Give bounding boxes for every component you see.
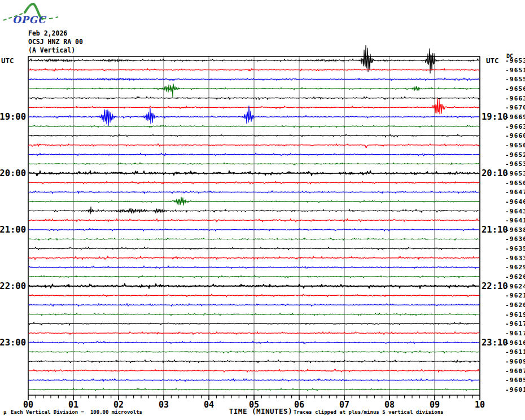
mu-symbol: µ	[3, 409, 7, 415]
x-tick-label: 06	[294, 400, 304, 410]
x-axis-title: TIME (MINUTES)	[229, 407, 292, 415]
utc-label-left: UTC	[1, 56, 14, 65]
x-tick-label: 10	[475, 400, 485, 410]
opgc-logo: OPGC	[3, 4, 58, 25]
dc-value: -9651	[505, 67, 525, 74]
dc-value: -9629	[505, 264, 525, 271]
hour-label-right: 23:10	[482, 338, 508, 348]
dc-value: -9663	[505, 95, 525, 102]
hour-label-left: 20:00	[0, 168, 26, 178]
dc-value: -9656	[505, 85, 525, 93]
dc-value: -9607	[505, 368, 525, 375]
trace-area: 000102030405060708091019:0020:0021:0022:…	[0, 46, 525, 410]
x-tick-label: 04	[204, 400, 214, 410]
dc-value: -9653	[505, 57, 525, 64]
hour-label-left: 19:00	[0, 112, 26, 122]
dc-value: -9601	[505, 386, 525, 393]
scale-note: Each Vertical Division = 100.00 microvol…	[11, 409, 142, 415]
dc-value: -9638	[505, 226, 525, 234]
utc-label-right: UTC	[486, 56, 499, 65]
header-component: (A Vertical)	[28, 46, 75, 54]
dc-value: -9624	[505, 283, 525, 290]
logo-text: OPGC	[12, 14, 47, 25]
x-tick-label: 00	[23, 400, 33, 410]
dc-value: -9633	[505, 255, 525, 262]
dc-value: -9609	[505, 358, 525, 365]
dc-value: -9653	[505, 160, 525, 168]
clip-note: Traces clipped at plus/minus 5 vertical …	[294, 409, 444, 415]
header-station: OCSJ HNZ RA 00	[28, 38, 83, 46]
dc-value: -9617	[505, 320, 525, 327]
hour-label-right: 19:10	[482, 112, 508, 122]
dc-value: -9626	[505, 273, 525, 281]
dc-value: -9636	[505, 235, 525, 243]
dc-value: -9660	[505, 132, 525, 139]
dc-value: -9619	[505, 311, 525, 318]
hour-label-left: 22:00	[0, 281, 26, 291]
dc-value: -9669	[505, 113, 525, 121]
hour-label-left: 23:00	[0, 338, 26, 348]
x-tick-label: 09	[430, 400, 440, 410]
dc-value: -9663	[505, 123, 525, 130]
dc-value: -9647	[505, 189, 525, 196]
hour-label-right: 22:10	[482, 281, 508, 291]
dc-value: -9616	[505, 339, 525, 347]
dc-value: -9646	[505, 198, 525, 205]
dc-value: -9655	[505, 76, 525, 83]
dc-value: -9617	[505, 330, 525, 337]
dc-value: -9605	[505, 377, 525, 384]
x-tick-label: 03	[159, 400, 169, 410]
dc-value: -9611	[505, 348, 525, 356]
helicorder-plot: OPGC Feb 2,2026 OCSJ HNZ RA 00 (A Vertic…	[0, 0, 525, 420]
dc-value: -9635	[505, 245, 525, 252]
dc-value: -9670	[505, 104, 525, 111]
x-tick-label: 08	[384, 400, 395, 410]
dc-value: -9641	[505, 217, 525, 224]
dc-value: -9620	[505, 301, 525, 309]
hour-label-right: 20:10	[482, 168, 508, 178]
dc-value: -9650	[505, 180, 525, 187]
dc-value: -9643	[505, 208, 525, 215]
hour-label-right: 21:10	[482, 225, 508, 235]
x-tick-label: 02	[113, 400, 124, 410]
dc-value: -9656	[505, 142, 525, 149]
hour-label-left: 21:00	[0, 225, 26, 235]
dc-value: -9652	[505, 151, 525, 159]
x-tick-label: 01	[68, 400, 78, 410]
dc-value: -9621	[505, 292, 525, 299]
header-date: Feb 2,2026	[28, 29, 67, 37]
x-tick-label: 07	[339, 400, 349, 410]
dc-value: -9653	[505, 170, 525, 177]
